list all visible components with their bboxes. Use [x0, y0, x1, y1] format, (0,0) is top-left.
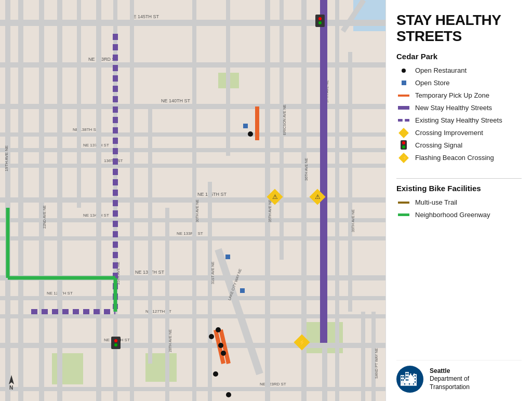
sdot-name: Seattle [430, 367, 470, 376]
svg-rect-37 [39, 0, 44, 401]
sdot-subtitle: Department of Transportation [430, 375, 470, 391]
svg-rect-110 [410, 376, 413, 385]
svg-text:⚠: ⚠ [272, 193, 278, 200]
section-divider [396, 178, 522, 179]
svg-rect-123 [415, 375, 416, 377]
svg-text:31ST AVE NE: 31ST AVE NE [211, 261, 215, 284]
svg-rect-36 [18, 0, 23, 401]
svg-point-105 [402, 145, 405, 149]
line-orange-icon [396, 91, 411, 100]
svg-rect-50 [208, 182, 212, 401]
svg-rect-40 [77, 0, 81, 208]
svg-rect-34 [5, 0, 10, 401]
svg-rect-121 [406, 379, 407, 381]
legend-section-main: Open Restaurant Open Store Temporary Pic… [396, 66, 522, 166]
svg-rect-92 [111, 337, 121, 349]
flashing-beacon-icon: ⚡ [396, 153, 411, 163]
svg-text:35TH AVE NE: 35TH AVE NE [268, 199, 272, 222]
sdot-text-block: Seattle Department of Transportation [430, 367, 470, 392]
line-brown-icon [396, 198, 411, 207]
legend-open-restaurant: Open Restaurant [396, 66, 522, 75]
svg-point-82 [248, 131, 253, 137]
legend-open-store-label: Open Store [415, 79, 450, 87]
svg-rect-89 [315, 15, 325, 27]
svg-rect-79 [243, 124, 248, 128]
svg-text:SAND PT WAY NE: SAND PT WAY NE [375, 348, 378, 379]
svg-rect-46 [165, 208, 169, 401]
dot-black-icon [396, 66, 411, 75]
svg-rect-45 [148, 104, 152, 364]
sdot-subtitle-line2: Transportation [430, 383, 470, 391]
svg-point-94 [114, 343, 117, 346]
svg-text:⚠: ⚠ [315, 193, 321, 200]
svg-text:NE 137TH ST: NE 137TH ST [83, 143, 109, 148]
svg-rect-81 [240, 288, 245, 293]
svg-rect-80 [225, 255, 230, 259]
svg-text:36TH AVE NE: 36TH AVE NE [304, 158, 308, 181]
sidebar: STAY HEALTHY STREETS Cedar Park Open Res… [385, 0, 532, 401]
svg-rect-118 [407, 373, 408, 375]
svg-rect-120 [407, 376, 408, 378]
svg-text:⚡: ⚡ [299, 339, 306, 346]
svg-rect-119 [406, 376, 407, 378]
legend-multi-use-trail: Multi-use Trail [396, 198, 522, 207]
svg-text:28TH AVE NE: 28TH AVE NE [168, 329, 172, 352]
svg-rect-112 [401, 384, 417, 386]
legend-multi-use-trail-label: Multi-use Trail [415, 198, 457, 206]
legend-section-bike: Multi-use Trail Neighborhood Greenway [396, 198, 522, 223]
svg-rect-66 [361, 312, 365, 401]
neighborhood-label: Cedar Park [396, 52, 522, 61]
sdot-footer: 🏙 [396, 360, 522, 393]
legend-neighborhood-greenway: Neighborhood Greenway [396, 210, 522, 220]
svg-rect-117 [406, 373, 407, 375]
svg-rect-70 [320, 0, 327, 343]
dot-blue-icon [396, 78, 411, 88]
svg-rect-41 [96, 0, 101, 401]
svg-text:NE 133RD ST: NE 133RD ST [177, 231, 203, 236]
svg-text:30TH AVE NE: 30TH AVE NE [195, 199, 199, 222]
line-purple-solid-icon [396, 103, 411, 113]
svg-text:NE 123RD ST: NE 123RD ST [260, 382, 286, 386]
svg-rect-52 [226, 0, 230, 156]
svg-rect-44 [130, 0, 134, 401]
svg-text:NE 134TH ST: NE 134TH ST [83, 213, 109, 218]
svg-point-93 [114, 339, 117, 342]
diamond-yellow-icon [396, 128, 411, 138]
svg-rect-113 [401, 376, 402, 378]
svg-point-83 [209, 334, 214, 339]
svg-text:NE 135TH ST: NE 135TH ST [197, 192, 227, 197]
legend-flashing-beacon: ⚡ Flashing Beacon Crossing [396, 153, 522, 163]
line-purple-dashed-icon [396, 116, 411, 125]
svg-text:19TH AVE NE: 19TH AVE NE [4, 145, 9, 171]
legend-crossing-signal: Crossing Signal [396, 141, 522, 150]
svg-rect-115 [401, 379, 402, 381]
legend-crossing-improvement-label: Crossing Improvement [415, 129, 483, 137]
svg-text:NE 145TH ST: NE 145TH ST [130, 14, 159, 19]
legend-pickup-zone-label: Temporary Pick Up Zone [415, 91, 489, 99]
svg-text:NE 138TH ST: NE 138TH ST [73, 127, 99, 132]
bike-facilities-title: Existing Bike Facilities [396, 184, 522, 193]
legend-open-store: Open Store [396, 78, 522, 88]
line-green-icon [396, 210, 411, 220]
sdot-subtitle-line1: Department of [430, 375, 469, 382]
svg-text:NE 140TH ST: NE 140TH ST [161, 98, 191, 103]
legend-neighborhood-greenway-label: Neighborhood Greenway [415, 211, 490, 219]
svg-rect-3 [52, 353, 83, 384]
svg-rect-114 [403, 376, 404, 378]
svg-text:22ND AVE NE: 22ND AVE NE [43, 205, 46, 229]
svg-text:39TH AVE NE: 39TH AVE NE [351, 209, 355, 232]
svg-point-86 [221, 351, 226, 356]
svg-rect-125 [415, 381, 416, 383]
legend-new-shs-label: New Stay Healthy Streets [415, 104, 492, 112]
map-area: NE 145TH ST NE 143RD ST NE 140TH ST NE 1… [0, 0, 385, 401]
svg-point-90 [318, 17, 322, 20]
svg-point-104 [402, 141, 405, 144]
svg-rect-124 [415, 378, 416, 380]
legend-crossing-improvement: Crossing Improvement [396, 128, 522, 138]
legend-pickup-zone: Temporary Pick Up Zone [396, 91, 522, 100]
sdot-logo-icon: 🏙 [396, 366, 423, 393]
svg-point-85 [218, 343, 223, 348]
svg-rect-116 [403, 379, 404, 381]
legend-new-shs: New Stay Healthy Streets [396, 103, 522, 113]
svg-text:N: N [9, 385, 13, 391]
